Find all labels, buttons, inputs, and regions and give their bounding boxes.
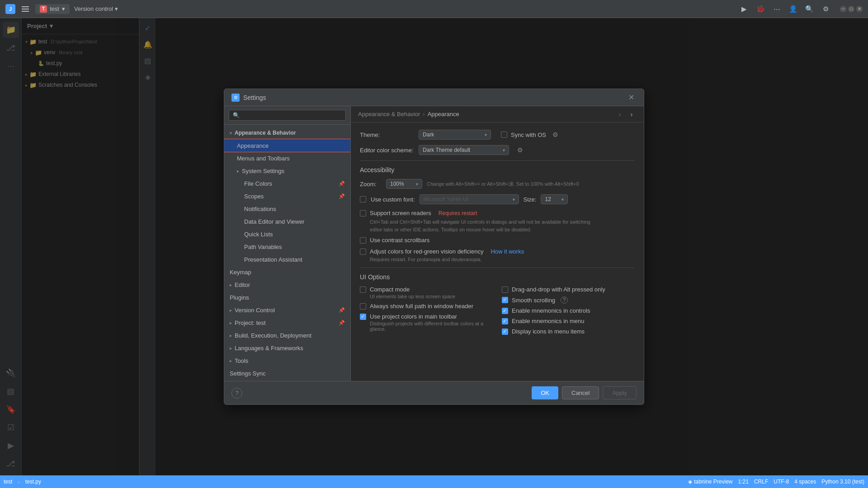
statusbar-tabnine[interactable]: ◈ tabnine Preview xyxy=(688,479,732,485)
nav-item-settings-sync[interactable]: Settings Sync xyxy=(224,367,350,380)
nav-item-menus-toolbars[interactable]: Menus and Toolbars xyxy=(224,152,350,164)
settings-left-panel: ▾ Appearance & Behavior Appearance Menus… xyxy=(224,106,351,381)
smooth-scrolling-checkbox[interactable] xyxy=(502,297,508,303)
display-icons-checkbox[interactable] xyxy=(502,328,508,335)
settings-dialog: ⚙ Settings ✕ ▾ Appearance & Behav xyxy=(224,89,644,405)
statusbar-file[interactable]: test.py xyxy=(25,479,41,485)
window-controls: ─ □ ✕ xyxy=(840,6,863,12)
nav-item-editor[interactable]: ▸ Editor xyxy=(224,278,350,291)
ui-options-title: UI Options xyxy=(360,273,635,281)
size-select[interactable]: 12 ▾ xyxy=(541,194,568,204)
nav-item-file-colors[interactable]: File Colors 📌 xyxy=(224,177,350,190)
nav-settings-sync-label: Settings Sync xyxy=(230,370,266,377)
settings-search-input[interactable] xyxy=(229,110,346,121)
contrast-scrollbars-checkbox[interactable] xyxy=(360,237,366,244)
full-path-label: Always show full path in window header xyxy=(370,303,473,310)
statusbar-indent[interactable]: 4 spaces xyxy=(794,479,816,485)
nav-item-project-test[interactable]: ▸ Project: test 📌 xyxy=(224,316,350,329)
nav-item-system-settings[interactable]: ▸ System Settings xyxy=(224,164,350,177)
statusbar: test › test.py ◈ tabnine Preview 1:21 CR… xyxy=(0,475,868,488)
drag-drop-checkbox[interactable] xyxy=(502,286,508,293)
statusbar-position[interactable]: 1:21 xyxy=(738,479,749,485)
settings-search-container xyxy=(224,106,350,125)
contrast-scrollbars-label: Use contrast scrollbars xyxy=(370,237,429,244)
editor-color-select[interactable]: Dark Theme default ▾ xyxy=(419,145,509,155)
full-path-checkbox[interactable] xyxy=(360,303,366,310)
nav-forward-button[interactable]: › xyxy=(627,109,637,119)
compact-mode-checkbox[interactable] xyxy=(360,286,366,293)
run-button[interactable]: ▶ xyxy=(738,3,750,15)
nav-back-button[interactable]: ‹ xyxy=(615,109,625,119)
red-green-checkbox[interactable] xyxy=(360,249,366,255)
custom-font-checkbox[interactable] xyxy=(360,196,366,202)
search-button[interactable]: 🔍 xyxy=(803,3,816,15)
nav-item-keymap[interactable]: Keymap xyxy=(224,266,350,278)
zoom-select[interactable]: 100% ▾ xyxy=(386,179,422,189)
help-button[interactable]: ? xyxy=(231,388,242,399)
nav-item-plugins[interactable]: Plugins xyxy=(224,291,350,304)
pin-icon-vcs: 📌 xyxy=(339,307,345,313)
nav-item-presentation-assistant[interactable]: Presentation Assistant xyxy=(224,253,350,266)
breadcrumb-parent[interactable]: Appearance & Behavior xyxy=(358,111,420,117)
nav-item-appearance-behavior[interactable]: ▾ Appearance & Behavior xyxy=(224,127,350,139)
chevron-right-icon-vcs: ▸ xyxy=(230,308,232,313)
project-name-label: test xyxy=(50,5,59,12)
nav-item-path-variables[interactable]: Path Variables xyxy=(224,240,350,253)
nav-item-notifications[interactable]: Notifications xyxy=(224,202,350,215)
nav-data-editor-label: Data Editor and Viewer xyxy=(244,218,304,225)
nav-project-test-label: Project: test xyxy=(235,319,266,326)
ide-settings-button[interactable]: ⚙ xyxy=(819,3,832,15)
vcs-selector[interactable]: Version control ▾ xyxy=(74,5,118,12)
theme-select[interactable]: Dark ▾ xyxy=(419,130,491,140)
debug-button[interactable]: 🐞 xyxy=(754,3,767,15)
settings-close-button[interactable]: ✕ xyxy=(626,92,637,103)
project-selector[interactable]: T test ▾ xyxy=(35,4,70,14)
zoom-arrow-icon: ▾ xyxy=(416,182,418,187)
section-divider-2 xyxy=(360,267,635,268)
zoom-row: Zoom: 100% ▾ Change with Alt+Shift+= or … xyxy=(360,179,635,189)
compact-mode-option: Compact mode UI elements take up less sc… xyxy=(360,286,493,299)
zoom-hint: Change with Alt+Shift+= or Alt+Shift+滚. … xyxy=(427,181,579,188)
statusbar-line-ending[interactable]: CRLF xyxy=(754,479,768,485)
screen-readers-label: Support screen readers xyxy=(370,210,431,216)
mnemonics-controls-checkbox[interactable] xyxy=(502,308,508,314)
nav-item-build-exec[interactable]: ▸ Build, Execution, Deployment xyxy=(224,329,350,342)
how-it-works-link[interactable]: How it works xyxy=(491,248,524,255)
screen-readers-checkbox[interactable] xyxy=(360,210,366,216)
settings-title-icon: ⚙ xyxy=(231,94,240,102)
nav-item-data-editor[interactable]: Data Editor and Viewer xyxy=(224,215,350,228)
mnemonics-menu-checkbox[interactable] xyxy=(502,318,508,324)
statusbar-python-version[interactable]: Python 3.10 (test) xyxy=(821,479,864,485)
nav-item-scopes[interactable]: Scopes 📌 xyxy=(224,190,350,202)
cancel-button[interactable]: Cancel xyxy=(562,386,599,399)
ui-options-grid: Compact mode UI elements take up less sc… xyxy=(360,286,635,335)
smooth-scrolling-help-icon[interactable]: ? xyxy=(561,296,568,304)
more-actions-button[interactable]: ⋯ xyxy=(770,3,783,15)
sync-os-settings-icon[interactable]: ⚙ xyxy=(552,131,558,138)
ok-button[interactable]: OK xyxy=(532,386,558,399)
drag-drop-option: Drag-and-drop with Alt pressed only xyxy=(502,286,635,293)
close-button[interactable]: ✕ xyxy=(856,6,863,12)
maximize-button[interactable]: □ xyxy=(848,6,854,12)
nav-item-languages[interactable]: ▸ Languages & Frameworks xyxy=(224,342,350,354)
statusbar-right: ◈ tabnine Preview 1:21 CRLF UTF-8 4 spac… xyxy=(688,479,864,485)
project-colors-checkbox[interactable] xyxy=(360,314,366,320)
nav-item-tools[interactable]: ▸ Tools xyxy=(224,354,350,367)
statusbar-project[interactable]: test xyxy=(4,479,12,485)
profile-button[interactable]: 👤 xyxy=(787,3,799,15)
hamburger-menu-button[interactable] xyxy=(20,4,31,14)
font-select[interactable]: Microsoft YaHei UI ▾ xyxy=(420,194,519,204)
nav-item-quick-lists[interactable]: Quick Lists xyxy=(224,228,350,240)
apply-button[interactable]: Apply xyxy=(603,386,637,399)
statusbar-encoding[interactable]: UTF-8 xyxy=(774,479,789,485)
nav-appearance-behavior-label: Appearance & Behavior xyxy=(235,130,296,136)
vcs-arrow-icon: ▾ xyxy=(115,5,118,12)
nav-appearance-label: Appearance xyxy=(237,142,269,149)
nav-item-version-control[interactable]: ▸ Version Control 📌 xyxy=(224,304,350,316)
nav-item-appearance[interactable]: Appearance xyxy=(224,139,350,152)
vcs-label: Version control xyxy=(74,5,113,12)
minimize-button[interactable]: ─ xyxy=(840,6,846,12)
sync-os-checkbox[interactable] xyxy=(501,131,507,138)
statusbar-project-label: test xyxy=(4,479,12,485)
editor-color-settings-icon[interactable]: ⚙ xyxy=(517,146,523,154)
